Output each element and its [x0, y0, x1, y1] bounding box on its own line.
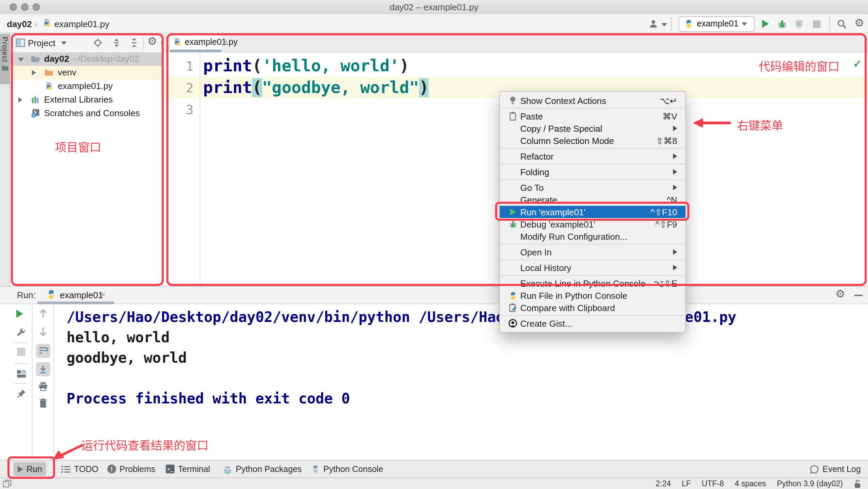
libraries-icon	[31, 95, 40, 105]
collapse-all-icon[interactable]	[130, 38, 139, 48]
sidebar-tab-project[interactable]: Project	[0, 34, 10, 84]
menu-item-folding[interactable]: Folding	[500, 166, 685, 178]
chevron-down-icon[interactable]	[18, 58, 24, 62]
expand-all-icon[interactable]	[112, 38, 121, 48]
run-with-coverage-icon[interactable]	[795, 19, 803, 29]
annotation-run-window: 运行代码查看结果的窗口	[82, 436, 209, 453]
settings-gear-icon[interactable]: ⚙	[854, 18, 864, 29]
event-log-button[interactable]: Event Log	[806, 460, 865, 477]
run-tab-label[interactable]: example01	[60, 290, 103, 300]
python-file-icon	[44, 82, 54, 91]
menu-item-copy-paste-special[interactable]: Copy / Paste Special	[500, 122, 685, 134]
up-stack-trace-icon[interactable]	[39, 308, 48, 319]
toolwindow-run-button[interactable]: Run	[14, 462, 46, 476]
chevron-right-icon[interactable]	[18, 97, 22, 103]
toolwindow-problems-button[interactable]: ! Problems	[103, 460, 160, 477]
code-line-2[interactable]: print("goodbye, world")	[203, 77, 429, 98]
interpreter-setting[interactable]: Python 3.9 (day02)	[777, 479, 843, 488]
console-output-line[interactable]: hello, world	[67, 327, 169, 348]
submenu-arrow-icon	[673, 249, 677, 255]
tool-window-bar: Run TODO ! Problems >_ Terminal Python P…	[0, 460, 868, 477]
line-ending[interactable]: LF	[682, 479, 691, 488]
rerun-button[interactable]	[16, 310, 23, 318]
python-file-icon	[173, 37, 182, 47]
gutter-separator	[200, 52, 200, 286]
menu-separator	[501, 108, 685, 109]
toolwindow-todo-button[interactable]: TODO	[57, 460, 103, 477]
close-tab-icon[interactable]: ×	[223, 37, 228, 47]
menu-item-open-in[interactable]: Open In	[500, 246, 685, 258]
clipboard-compare-icon	[505, 303, 520, 312]
project-settings-gear-icon[interactable]: ⚙	[147, 36, 157, 47]
soft-wrap-toggle[interactable]	[36, 344, 50, 358]
chevron-right-icon[interactable]	[32, 70, 36, 75]
tree-row-venv[interactable]: venv	[10, 66, 162, 79]
run-configuration-selector[interactable]: example01	[679, 16, 755, 32]
menu-item-column-selection-mode[interactable]: Column Selection Mode⇧⌘8	[500, 134, 685, 147]
scroll-to-end-toggle[interactable]	[36, 362, 50, 376]
code-line-1[interactable]: print('hello, world')	[203, 55, 409, 77]
menu-item-local-history[interactable]: Local History	[500, 261, 685, 274]
red-arrow-left-icon	[691, 117, 732, 129]
console-exit-line[interactable]: Process finished with exit code 0	[67, 388, 350, 409]
project-dropdown-icon[interactable]	[61, 41, 67, 45]
python-logo-icon	[505, 291, 520, 300]
tree-row-day02[interactable]: day02 ~/Desktop/day02	[10, 52, 162, 66]
console-output-line[interactable]: goodbye, world	[67, 348, 187, 368]
menu-item-run-example01[interactable]: Run 'example01'^⇧F10	[500, 206, 685, 218]
unlock-icon[interactable]	[854, 479, 861, 488]
breadcrumb-file[interactable]: example01.py	[54, 19, 109, 29]
tool-window-switcher-icon[interactable]	[3, 479, 12, 488]
toolwindow-terminal-button[interactable]: >_ Terminal	[162, 460, 214, 477]
menu-item-go-to[interactable]: Go To	[500, 181, 685, 194]
menu-item-paste[interactable]: Paste⌘V	[500, 110, 685, 122]
editor-tab-example01[interactable]: example01.py	[170, 33, 221, 52]
run-settings-wrench-icon[interactable]	[16, 327, 26, 338]
encoding[interactable]: UTF-8	[702, 479, 724, 488]
menu-separator	[501, 315, 685, 316]
menu-item-generate[interactable]: Generate...^N	[500, 194, 685, 206]
debug-button[interactable]	[777, 19, 787, 29]
stop-button-disabled	[17, 348, 25, 356]
menu-item-debug-example01[interactable]: Debug 'example01'^⇧F9	[500, 218, 685, 230]
search-icon[interactable]	[837, 19, 847, 29]
menu-item-execute-line-in-python-console[interactable]: Execute Line in Python Console⌥⇧E	[500, 277, 685, 289]
submenu-arrow-icon	[673, 126, 677, 131]
tree-row-scratches[interactable]: Scratches and Consoles	[10, 107, 162, 120]
indent-setting[interactable]: 4 spaces	[735, 479, 766, 488]
play-icon	[18, 466, 23, 472]
run-tab-underline	[37, 302, 114, 304]
breadcrumb-project[interactable]: day02	[7, 19, 32, 29]
folder-icon	[44, 68, 54, 77]
menu-item-refactor[interactable]: Refactor	[500, 150, 685, 162]
print-icon[interactable]	[38, 382, 48, 391]
menu-separator	[501, 244, 685, 244]
menu-item-compare-with-clipboard[interactable]: Compare with Clipboard	[500, 302, 685, 314]
todo-list-icon	[61, 465, 71, 473]
clear-console-trash-icon[interactable]	[39, 398, 48, 408]
inspections-ok-checkmark-icon[interactable]: ✓	[853, 58, 862, 70]
toolwindow-python-packages-button[interactable]: Python Packages	[219, 460, 306, 477]
menu-item-modify-run-configuration[interactable]: Modify Run Configuration...	[500, 230, 685, 242]
caret-position[interactable]: 2:24	[656, 479, 671, 488]
tree-row-external-libraries[interactable]: External Libraries	[10, 93, 162, 107]
toolwindow-python-console-button[interactable]: Python Console	[307, 460, 387, 477]
project-panel-title[interactable]: Project	[28, 38, 55, 48]
user-icon[interactable]	[648, 19, 659, 29]
close-run-tab-icon[interactable]: ×	[101, 289, 106, 300]
menu-item-run-file-in-python-console[interactable]: Run File in Python Console	[500, 289, 685, 302]
tree-row-example01[interactable]: example01.py	[10, 79, 162, 93]
run-button[interactable]	[762, 20, 769, 28]
submenu-arrow-icon	[673, 153, 677, 159]
down-stack-trace-icon[interactable]	[39, 327, 48, 337]
menu-item-create-gist[interactable]: Create Gist...	[500, 317, 685, 329]
restore-layout-icon[interactable]	[16, 369, 26, 378]
window-title: day02 – example01.py	[0, 2, 868, 12]
menu-item-show-context-actions[interactable]: Show Context Actions⌥↵	[500, 94, 685, 107]
run-panel-gear-icon[interactable]: ⚙	[835, 289, 845, 300]
locate-file-icon[interactable]	[93, 38, 103, 48]
hide-run-panel-icon[interactable]	[854, 295, 863, 296]
pin-tab-icon[interactable]	[16, 388, 26, 399]
toolbar-divider	[829, 17, 830, 31]
user-dropdown-icon[interactable]	[662, 23, 667, 26]
